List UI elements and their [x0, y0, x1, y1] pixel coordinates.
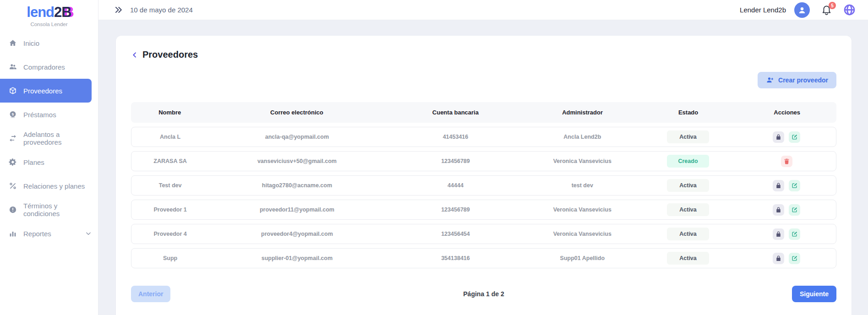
edit-button[interactable]	[789, 180, 800, 191]
create-provider-label: Crear proveedor	[778, 76, 828, 84]
status-badge: Activa	[667, 203, 709, 216]
sidebar-item-label: Relaciones y planes	[23, 182, 85, 190]
sidebar-item-label: Planes	[23, 158, 44, 166]
content-area: Proveedores Crear proveedor NombreCorreo…	[98, 20, 868, 315]
notifications-button[interactable]: 5	[821, 4, 832, 16]
brand-logo: lend2BB Consola Lender	[0, 0, 98, 31]
back-chevron-icon[interactable]	[131, 51, 138, 59]
sidebar-item-prestamos[interactable]: $Préstamos	[0, 103, 98, 126]
edit-button[interactable]	[789, 228, 800, 240]
logo-text-lend: lend	[27, 4, 54, 20]
users-icon	[8, 62, 17, 71]
sidebar: lend2BB Consola Lender InicioCompradores…	[0, 0, 98, 315]
lock-button[interactable]	[773, 131, 784, 143]
sidebar-item-planes[interactable]: Planes	[0, 150, 98, 174]
previous-page-button[interactable]: Anterior	[131, 286, 170, 302]
cell-nombre: Proveedor 1	[131, 206, 209, 213]
status-badge: Activa	[667, 252, 709, 265]
edit-icon	[791, 134, 798, 141]
column-header: Cuenta bancaria	[385, 109, 526, 116]
cell-acciones	[737, 156, 836, 167]
column-header: Estado	[639, 109, 738, 116]
chevron-down-icon	[85, 230, 92, 237]
lock-button[interactable]	[773, 204, 784, 216]
double-chevron-right-icon[interactable]	[114, 5, 123, 14]
providers-card: Proveedores Crear proveedor NombreCorreo…	[116, 36, 852, 315]
delete-icon	[783, 158, 790, 165]
coin-icon: $	[8, 110, 17, 119]
lock-button[interactable]	[773, 180, 784, 191]
table-row: Proveedor 4proveedor4@yopmail.com1234564…	[131, 224, 836, 244]
pagination: Anterior Página 1 de 2 Siguiente	[131, 286, 836, 302]
table-row: Test devhitago2780@acname.com44444test d…	[131, 175, 836, 196]
lock-icon	[775, 231, 782, 238]
page-info: Página 1 de 2	[463, 290, 504, 298]
topbar: 10 de mayo de 2024 Lender Lend2b 5	[98, 0, 868, 20]
table-row: Proveedor 1proveedor11@yopmail.com123456…	[131, 200, 836, 220]
sidebar-item-terminos[interactable]: Términos y condiciones	[0, 198, 98, 222]
cell-acciones	[737, 131, 836, 143]
lock-icon	[775, 255, 782, 262]
cell-cuenta: 123456789	[385, 158, 526, 164]
person-plus-icon	[766, 76, 774, 84]
cell-admin: test dev	[526, 182, 639, 189]
language-button[interactable]	[843, 4, 856, 16]
cell-cuenta: 354138416	[385, 255, 526, 261]
cell-nombre: Test dev	[131, 182, 209, 189]
home-icon	[8, 38, 17, 48]
table-row: ZARASA SAvanseviciusv+50@gmail.com123456…	[131, 151, 836, 171]
cell-cuenta: 123456789	[385, 206, 526, 213]
create-provider-button[interactable]: Crear proveedor	[758, 72, 836, 88]
table-body: Ancla Lancla-qa@yopmail.com41453416Ancla…	[131, 127, 836, 268]
page-title: Proveedores	[142, 49, 198, 60]
edit-icon	[791, 231, 798, 238]
globe-icon	[843, 4, 856, 16]
sidebar-item-reportes[interactable]: Reportes	[0, 222, 98, 245]
cell-cuenta: 41453416	[385, 134, 526, 140]
cell-correo: vanseviciusv+50@gmail.com	[209, 158, 385, 164]
sidebar-item-label: Proveedores	[23, 87, 62, 95]
cell-acciones	[737, 180, 836, 191]
sidebar-item-label: Adelantos a proveedores	[23, 130, 92, 146]
sidebar-item-relaciones[interactable]: Relaciones y planes	[0, 174, 98, 198]
delete-button[interactable]	[781, 156, 792, 167]
cell-acciones	[737, 228, 836, 240]
user-avatar[interactable]	[794, 2, 810, 18]
info-circle-icon	[8, 205, 17, 214]
edit-button[interactable]	[789, 131, 800, 143]
logo-text-b: BB	[61, 5, 71, 20]
status-badge: Activa	[667, 228, 709, 240]
cell-acciones	[737, 253, 836, 264]
lock-icon	[775, 206, 782, 213]
person-icon	[797, 5, 807, 15]
sidebar-item-label: Inicio	[23, 39, 39, 47]
cell-correo: ancla-qa@yopmail.com	[209, 134, 385, 140]
swap-arrows-icon	[8, 134, 17, 143]
cell-cuenta: 123456454	[385, 231, 526, 237]
table-row: Ancla Lancla-qa@yopmail.com41453416Ancla…	[131, 127, 836, 147]
brand-subtitle: Consola Lender	[0, 22, 98, 27]
cell-acciones	[737, 204, 836, 216]
lock-button[interactable]	[773, 228, 784, 240]
sidebar-item-label: Términos y condiciones	[23, 202, 92, 217]
gear-icon	[8, 158, 17, 167]
cell-cuenta: 44444	[385, 182, 526, 189]
table-row: Suppsupplier-01@yopmail.com354138416Supp…	[131, 248, 836, 268]
next-page-button[interactable]: Siguiente	[792, 286, 836, 302]
sidebar-item-proveedores[interactable]: Proveedores	[0, 79, 92, 103]
cell-correo: supplier-01@yopmail.com	[209, 255, 385, 261]
edit-button[interactable]	[789, 253, 800, 264]
column-header: Nombre	[131, 109, 208, 116]
main-column: 10 de mayo de 2024 Lender Lend2b 5	[98, 0, 868, 315]
column-header: Correo electrónico	[208, 109, 385, 116]
cell-nombre: Proveedor 4	[131, 231, 209, 237]
svg-text:$: $	[12, 112, 14, 116]
sidebar-item-compradores[interactable]: Compradores	[0, 55, 98, 79]
sidebar-item-adelantos[interactable]: Adelantos a proveedores	[0, 126, 98, 150]
sidebar-item-inicio[interactable]: Inicio	[0, 31, 98, 55]
edit-button[interactable]	[789, 204, 800, 216]
lock-button[interactable]	[773, 253, 784, 264]
cell-admin: Veronica Vansevicius	[526, 158, 639, 164]
bar-chart-icon	[8, 229, 17, 238]
cell-correo: hitago2780@acname.com	[209, 182, 385, 189]
